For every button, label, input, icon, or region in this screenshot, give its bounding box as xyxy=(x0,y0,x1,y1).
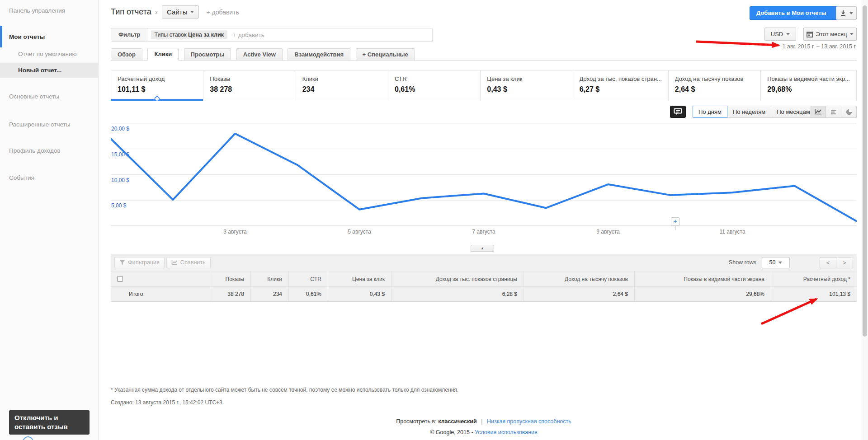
sidebar-item-basic-reports[interactable]: Основные отчеты xyxy=(9,93,59,100)
column-header-clicks[interactable]: Клики xyxy=(250,271,288,286)
chart-zoom-in-button[interactable]: + xyxy=(671,217,679,226)
svg-text:11 августа: 11 августа xyxy=(719,229,745,235)
terms-link[interactable]: Условия использования xyxy=(475,429,538,435)
total-impressions: 38 278 xyxy=(210,286,250,301)
metric-label: Цена за клик xyxy=(487,75,566,82)
revenue-chart[interactable]: 20,00 $15,00 $10,00 $5,00 $3 августа5 ав… xyxy=(111,123,857,236)
granularity-by-month[interactable]: По месяцам xyxy=(771,106,816,118)
bar-chart-icon[interactable] xyxy=(826,106,841,118)
table-toolbar: Фильтрация Сравнить Show rows 50 < > xyxy=(111,254,857,271)
metric-card-impressions[interactable]: Показы 38 278 xyxy=(203,70,296,101)
metric-card-page-rpm[interactable]: Доход за тыс. показов стран... 6,27 $ xyxy=(573,70,669,101)
tab-custom[interactable]: + Специальные xyxy=(356,48,415,61)
total-page-rpm: 6,28 $ xyxy=(391,286,524,301)
total-row-label: Итого xyxy=(111,286,210,301)
filter-chip-value: Цена за клик xyxy=(188,32,224,38)
metric-label: Клики xyxy=(302,75,382,82)
active-section-marker xyxy=(0,26,2,47)
svg-text:5,00 $: 5,00 $ xyxy=(111,202,127,209)
column-header-viewability[interactable]: Показы в видимой части экрана xyxy=(634,271,771,286)
column-header-ctr[interactable]: CTR xyxy=(288,271,328,286)
filter-add-input[interactable]: + добавить xyxy=(233,32,264,38)
metric-card-viewability[interactable]: Показы в видимой части экр... 29,68% xyxy=(761,70,857,101)
rows-per-page-value: 50 xyxy=(769,259,776,266)
prev-page-button[interactable]: < xyxy=(820,257,836,268)
copyright-text: © Google, 2015 - xyxy=(430,429,473,435)
sidebar-item-dashboard[interactable]: Панель управления xyxy=(9,7,65,14)
metric-card-clicks[interactable]: Клики 234 xyxy=(296,70,388,101)
compare-button[interactable]: Сравнить xyxy=(166,257,211,268)
total-impression-rpm: 2,64 $ xyxy=(524,286,634,301)
low-bandwidth-link[interactable]: Низкая пропускная способность xyxy=(487,418,571,425)
metric-card-ctr[interactable]: CTR 0,61% xyxy=(388,70,481,101)
download-icon xyxy=(840,10,846,16)
download-button[interactable] xyxy=(836,6,857,20)
chevron-down-icon xyxy=(849,12,853,14)
sidebar-item-default-report[interactable]: Отчет по умолчанию xyxy=(18,51,77,57)
metric-value: 2,64 $ xyxy=(675,85,754,94)
metric-card-impression-rpm[interactable]: Доход на тысячу показов 2,64 $ xyxy=(669,70,761,101)
metric-value: 0,43 $ xyxy=(487,85,566,94)
pie-chart-icon[interactable] xyxy=(841,106,857,118)
view-in-value: классический xyxy=(438,418,477,425)
date-range-text: 1 авг. 2015 г. – 13 авг. 2015 г. xyxy=(783,43,857,50)
filter-chip-prefix: Типы ставок xyxy=(155,32,187,38)
column-header-impressions[interactable]: Показы xyxy=(210,271,250,286)
filter-label: Фильтр xyxy=(111,28,148,41)
granularity-by-day[interactable]: По дням xyxy=(693,106,727,118)
add-report-dimension-button[interactable]: + добавить xyxy=(206,9,239,16)
metric-label: Показы xyxy=(210,75,289,82)
chevron-down-icon xyxy=(786,33,790,35)
column-header-impression-rpm[interactable]: Доход на тысячу показов xyxy=(524,271,634,286)
select-all-checkbox[interactable] xyxy=(117,276,123,282)
sidebar-item-advanced-reports[interactable]: Расширенные отчеты xyxy=(9,121,70,128)
tab-overview[interactable]: Обзор xyxy=(111,48,142,61)
collapse-chart-button[interactable]: ▲ xyxy=(471,245,494,252)
sidebar-item-events[interactable]: События xyxy=(9,174,34,181)
sidebar-item-new-report[interactable]: Новый отчет... xyxy=(18,67,61,74)
totals-table: Фильтрация Сравнить Show rows 50 < > xyxy=(111,254,857,302)
filter-table-label: Фильтрация xyxy=(128,259,160,266)
rows-per-page-dropdown[interactable]: 50 xyxy=(762,257,790,268)
adsense-report-page: Панель управления Мои отчеты Отчет по ум… xyxy=(0,0,868,440)
metric-value: 6,27 $ xyxy=(580,85,662,94)
total-clicks: 234 xyxy=(250,286,288,301)
svg-text:5 августа: 5 августа xyxy=(348,229,371,235)
currency-value: USD xyxy=(771,31,783,37)
feedback-button[interactable]: Отключить и оставить отзыв xyxy=(9,410,90,435)
revenue-disclaimer: * Указанная сумма дохода от отдельного с… xyxy=(111,387,458,393)
filter-chip-bid-type[interactable]: Типы ставок Цена за клик xyxy=(151,30,227,39)
column-header-page-rpm[interactable]: Доход за тыс. показов страницы xyxy=(391,271,524,286)
metric-value: 29,68% xyxy=(767,85,850,94)
date-period-dropdown[interactable]: Этот месяц xyxy=(803,28,857,41)
add-to-my-reports-button[interactable]: Добавить в Мои отчеты xyxy=(750,6,846,20)
total-viewability: 29,68% xyxy=(634,286,771,301)
column-header-estimated-revenue[interactable]: Расчетный доход * xyxy=(771,271,857,286)
tab-views[interactable]: Просмотры xyxy=(184,48,231,61)
funnel-icon xyxy=(119,260,125,265)
svg-text:7 августа: 7 августа xyxy=(472,229,495,235)
compare-chart-icon xyxy=(171,260,178,265)
pagination: < > xyxy=(820,257,853,268)
sidebar-item-my-reports[interactable]: Мои отчеты xyxy=(9,33,45,40)
report-type-dropdown[interactable]: Сайты xyxy=(162,5,199,19)
granularity-by-week[interactable]: По неделям xyxy=(727,106,771,118)
footer-view-in: Просмотреть в: классический | Низкая про… xyxy=(111,418,857,425)
filter-table-button[interactable]: Фильтрация xyxy=(114,257,165,268)
tab-interactions[interactable]: Взаимодействия xyxy=(288,48,350,61)
metric-label: CTR xyxy=(395,75,474,82)
sidebar-item-revenue-profile[interactable]: Профиль доходов xyxy=(9,147,61,154)
tab-active-view[interactable]: Active View xyxy=(236,48,283,61)
chevron-down-icon xyxy=(850,33,854,35)
next-page-button[interactable]: > xyxy=(836,257,853,268)
column-header-cpc[interactable]: Цена за клик xyxy=(328,271,391,286)
tab-clicks[interactable]: Клики xyxy=(147,48,179,61)
metric-card-cpc[interactable]: Цена за клик 0,43 $ xyxy=(481,70,573,101)
metric-card-estimated-revenue[interactable]: Расчетный доход 101,11 $ xyxy=(111,70,203,101)
line-chart-icon[interactable] xyxy=(811,106,826,118)
annotations-button[interactable] xyxy=(670,106,686,118)
show-rows-label: Show rows xyxy=(729,259,756,266)
scrollbar-thumb[interactable] xyxy=(863,5,867,337)
currency-dropdown[interactable]: USD xyxy=(764,28,796,41)
sidebar: Панель управления Мои отчеты Отчет по ум… xyxy=(0,0,99,440)
